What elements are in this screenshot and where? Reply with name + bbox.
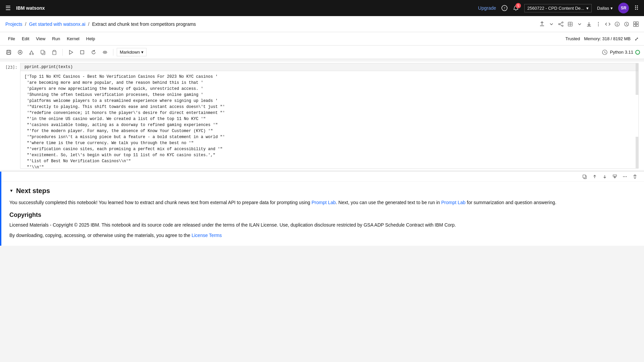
workspace-chevron-icon: ▾: [586, 6, 589, 11]
prompt-lab-link-1[interactable]: Prompt Lab: [312, 200, 336, 205]
menu-kernel[interactable]: Kernel: [64, 35, 82, 43]
catalog-chevron-icon[interactable]: [577, 21, 582, 27]
upgrade-button[interactable]: Upgrade: [478, 5, 496, 11]
help-icon-button[interactable]: ?: [501, 5, 507, 11]
menu-help[interactable]: Help: [84, 35, 98, 43]
toolbar-separator-2: [113, 49, 113, 56]
restart-run-icon: [102, 50, 108, 55]
copy-cell-button[interactable]: [38, 48, 48, 57]
location-selector[interactable]: Dallas ▾: [597, 6, 613, 11]
cell-23-container: pprint.pprint(texts) ['Top 11 No KYC Cas…: [20, 63, 639, 169]
menu-view[interactable]: View: [33, 35, 48, 43]
catalog-icon-button[interactable]: [568, 21, 573, 27]
svg-rect-15: [636, 24, 638, 26]
more-options-button[interactable]: [596, 21, 601, 27]
cell-number-23: [23]:: [0, 63, 20, 70]
move-cell-up-button[interactable]: [591, 174, 598, 181]
hamburger-menu-icon[interactable]: ☰: [5, 4, 11, 12]
cut-icon: [29, 50, 34, 55]
svg-rect-28: [583, 175, 586, 178]
breadcrumb-projects[interactable]: Projects: [5, 21, 22, 27]
svg-point-20: [30, 53, 31, 55]
code-view-button[interactable]: [605, 21, 610, 27]
svg-rect-14: [634, 24, 636, 26]
svg-rect-26: [80, 51, 84, 54]
breadcrumb-separator-2: /: [88, 21, 90, 27]
save-button[interactable]: [4, 48, 13, 57]
cell-23-output: ['Top 11 No KYC Casinos - Best No Verifi…: [20, 71, 638, 168]
copy-cell-icon-button[interactable]: [581, 174, 588, 181]
svg-rect-13: [636, 22, 638, 24]
svg-point-4: [558, 23, 560, 25]
python-version-label: Python 3.11: [610, 50, 633, 55]
notification-button[interactable]: 5: [513, 5, 519, 11]
grid-icon[interactable]: ⠿: [634, 4, 639, 12]
notification-badge: 5: [516, 3, 521, 8]
catalog-chevron-down-icon: [577, 21, 582, 27]
run-cell-button[interactable]: [66, 48, 75, 57]
restart-icon: [91, 50, 96, 55]
location-chevron-icon: ▾: [610, 6, 613, 11]
add-below-button[interactable]: [611, 174, 619, 181]
settings-icon: [633, 21, 639, 27]
code-icon: [605, 21, 610, 27]
paste-cell-button[interactable]: [50, 48, 59, 57]
breadcrumb-current-page: Extract and chunk text from competitors …: [92, 21, 196, 27]
trusted-label: Trusted: [566, 36, 580, 41]
more-cell-options-button[interactable]: [621, 174, 629, 181]
cell-23-code[interactable]: pprint.pprint(texts): [20, 63, 638, 71]
menu-edit[interactable]: Edit: [19, 35, 32, 43]
save-icon: [6, 50, 11, 55]
add-cell-button[interactable]: [15, 48, 25, 57]
svg-point-2: [516, 10, 516, 10]
settings-icon-button[interactable]: [633, 21, 639, 27]
kernel-type-dropdown[interactable]: Markdown ▾: [117, 48, 147, 56]
stop-kernel-button[interactable]: [77, 48, 87, 57]
svg-point-8: [598, 23, 599, 24]
upload-icon-button[interactable]: [539, 21, 545, 27]
move-down-icon: [602, 174, 607, 179]
move-cell-down-button[interactable]: [601, 174, 608, 181]
next-steps-title: Next steps: [16, 187, 50, 195]
upload-icon: [539, 21, 545, 27]
markdown-cell-action-toolbar: [1, 172, 644, 182]
download-icon-button[interactable]: [586, 21, 592, 27]
svg-point-7: [598, 22, 599, 22]
fullscreen-icon[interactable]: ⤢: [635, 36, 639, 42]
user-avatar[interactable]: SR: [618, 3, 629, 13]
info-icon-button[interactable]: [614, 21, 620, 27]
bottom-strip: [0, 246, 644, 259]
python-version-info: Python 3.11: [610, 50, 640, 55]
workspace-name: 2560722 - CPD Content De...: [527, 6, 584, 11]
next-steps-body: You successfully completed this notebook…: [9, 199, 636, 206]
menu-file[interactable]: File: [5, 35, 18, 43]
help-icon: ?: [501, 5, 507, 11]
share-icon: [558, 21, 564, 27]
menu-run[interactable]: Run: [49, 35, 63, 43]
top-navigation: ☰ IBM watsonx Upgrade ? 5 2560722 - CPD …: [0, 0, 644, 16]
next-steps-cell: ▼ Next steps You successfully completed …: [0, 171, 644, 246]
copyright-text-1: Licensed Materials - Copyright © 2025 IB…: [9, 221, 636, 229]
kernel-type-label: Markdown: [120, 50, 140, 55]
svg-point-9: [598, 25, 599, 26]
download-icon: [586, 21, 592, 27]
breadcrumb-chevron-down-icon[interactable]: [549, 21, 554, 27]
delete-cell-button[interactable]: [631, 174, 639, 181]
history-icon: [624, 21, 629, 27]
collapse-section-button[interactable]: ▼: [9, 188, 13, 193]
restart-run-button[interactable]: [100, 48, 110, 57]
svg-rect-12: [634, 22, 636, 24]
share-icon-button[interactable]: [558, 21, 564, 27]
workspace-selector[interactable]: 2560722 - CPD Content De... ▾: [524, 4, 592, 12]
license-terms-link[interactable]: License Terms: [192, 233, 222, 238]
add-cell-icon: [17, 50, 23, 55]
output-scrollbar[interactable]: [636, 63, 638, 168]
breadcrumb-get-started[interactable]: Get started with watsonx.ai: [29, 21, 85, 27]
prompt-lab-link-2[interactable]: Prompt Lab: [441, 200, 465, 205]
restart-kernel-button[interactable]: [89, 48, 98, 57]
svg-rect-16: [7, 50, 11, 54]
kernel-settings-icon[interactable]: [602, 50, 607, 55]
cut-cell-button[interactable]: [27, 48, 36, 57]
chevron-down-icon: [549, 21, 554, 27]
history-icon-button[interactable]: [624, 21, 629, 27]
